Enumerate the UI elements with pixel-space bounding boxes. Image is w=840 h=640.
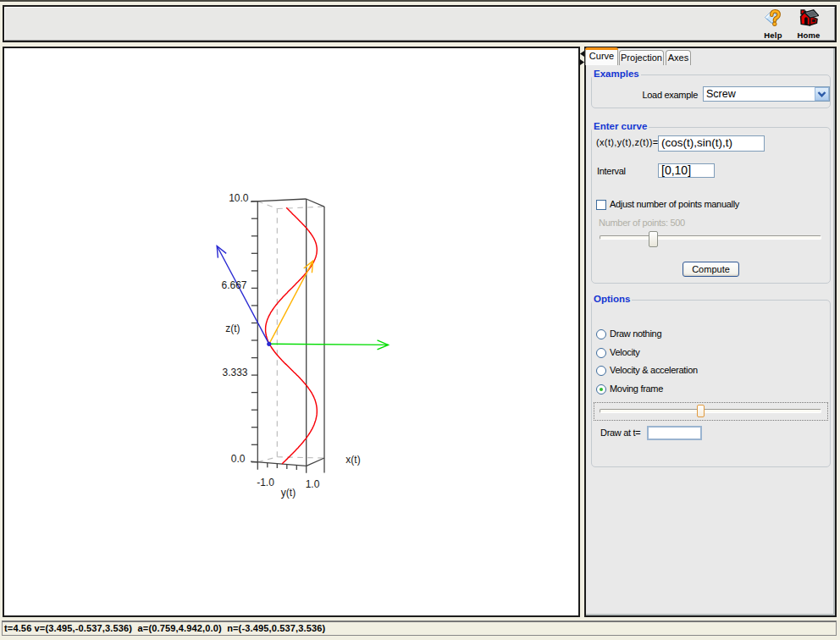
svg-text:6.667: 6.667 (221, 279, 246, 291)
svg-text:z(t): z(t) (225, 323, 240, 334)
svg-text:-1.0: -1.0 (257, 477, 274, 488)
svg-text:3.333: 3.333 (222, 367, 247, 378)
svg-text:10.0: 10.0 (229, 192, 249, 204)
svg-text:1.0: 1.0 (306, 478, 320, 490)
svg-text:x(t): x(t) (345, 454, 360, 466)
svg-text:0.0: 0.0 (231, 453, 246, 465)
svg-text:y(t): y(t) (281, 487, 296, 499)
